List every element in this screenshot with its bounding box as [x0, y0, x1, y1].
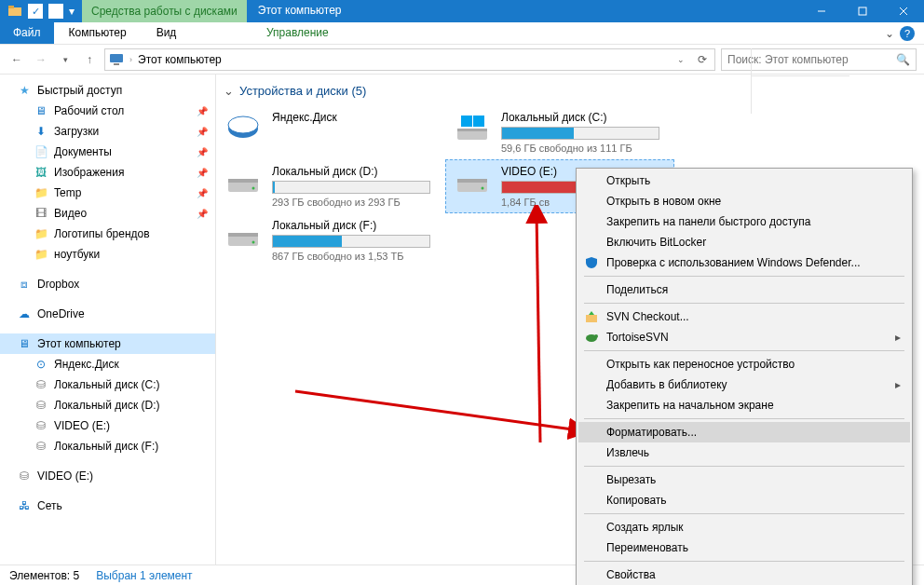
sidebar-item-documents[interactable]: 📄Документы📌	[0, 142, 215, 162]
svg-rect-7	[114, 63, 119, 65]
overflow-icon[interactable]: ▾	[69, 5, 75, 18]
context-menu-item[interactable]: Включить BitLocker	[578, 232, 910, 252]
sidebar-label: Локальный диск (F:)	[54, 440, 158, 453]
explorer-icon	[7, 4, 22, 19]
context-menu-item[interactable]: SVN Checkout...	[578, 306, 910, 327]
sidebar-item-drive-e[interactable]: ⛁VIDEO (E:)	[0, 415, 215, 436]
sidebar-this-pc[interactable]: 🖥Этот компьютер	[0, 333, 215, 354]
context-menu-item[interactable]: Открыть в новом окне	[578, 191, 910, 211]
close-button[interactable]	[883, 0, 924, 22]
sidebar-item-drive-f[interactable]: ⛁Локальный диск (F:)	[0, 436, 215, 456]
svg-rect-13	[473, 116, 484, 127]
annotation-arrow-right	[291, 373, 589, 447]
drive-item-yandex[interactable]: Яндекс.Диск	[216, 105, 445, 159]
recent-dropdown[interactable]: ▾	[56, 50, 75, 69]
context-menu-item[interactable]: Проверка с использованием Windows Defend…	[578, 252, 910, 273]
context-menu-item[interactable]: Открыть	[578, 170, 910, 191]
drive-icon: ⛁	[34, 418, 48, 433]
sidebar-item-downloads[interactable]: ⬇Загрузки📌	[0, 121, 215, 142]
contextual-tab[interactable]: Средства работы с дисками	[82, 0, 247, 22]
dropbox-icon: ⧈	[17, 277, 32, 292]
sidebar-label: Dropbox	[37, 278, 79, 291]
sidebar-onedrive[interactable]: ☁OneDrive	[0, 304, 215, 324]
context-menu-item[interactable]: TortoiseSVN▸	[578, 327, 910, 347]
sidebar-item-yandex-disk[interactable]: ⊙Яндекс.Диск	[0, 354, 215, 374]
context-menu-label: Открыть как переносное устройство	[606, 358, 795, 371]
sidebar-label: Сеть	[37, 499, 62, 512]
menu-view[interactable]: Вид	[142, 22, 192, 44]
address-dropdown-icon[interactable]: ⌄	[673, 55, 688, 64]
pin-icon: 📌	[197, 147, 208, 157]
document-icon[interactable]	[48, 4, 63, 19]
sidebar-item-laptops[interactable]: 📁ноутбуки	[0, 244, 215, 265]
sidebar-label: Изображения	[54, 166, 124, 179]
sidebar-item-drive-d[interactable]: ⛁Локальный диск (D:)	[0, 395, 215, 415]
context-menu-label: Поделиться	[606, 283, 668, 296]
context-menu-item[interactable]: Форматировать...	[578, 422, 910, 442]
context-menu-item[interactable]: Закрепить на начальном экране	[578, 395, 910, 415]
folder-icon: 📁	[34, 247, 48, 262]
context-menu-item[interactable]: Добавить в библиотеку▸	[578, 374, 910, 395]
video-icon: 🎞	[34, 206, 48, 221]
context-menu-separator	[584, 350, 904, 351]
drive-name: Локальный диск (F:)	[272, 219, 438, 232]
context-menu-item[interactable]: Извлечь	[578, 442, 910, 463]
address-bar[interactable]: › Этот компьютер ⌄ ⟳	[104, 48, 715, 71]
help-icon[interactable]: ?	[900, 26, 915, 41]
menu-file[interactable]: Файл	[0, 22, 54, 44]
breadcrumb-item[interactable]: Этот компьютер	[138, 53, 222, 66]
sidebar-label: Рабочий стол	[54, 104, 124, 117]
up-button[interactable]: ↑	[80, 50, 99, 69]
context-menu-item[interactable]: Копировать	[578, 490, 910, 510]
sidebar-item-video[interactable]: 🎞Видео📌	[0, 203, 215, 224]
desktop-icon: 🖥	[34, 103, 48, 118]
sidebar-item-desktop[interactable]: 🖥Рабочий стол📌	[0, 101, 215, 121]
context-menu-label: Открыть в новом окне	[606, 195, 721, 208]
context-menu-item[interactable]: Создать ярлык	[578, 517, 910, 537]
context-menu-item[interactable]: Поделиться	[578, 279, 910, 300]
svg-rect-21	[228, 233, 258, 237]
context-menu-item[interactable]: Открыть как переносное устройство	[578, 354, 910, 374]
search-icon[interactable]: 🔍	[896, 53, 910, 66]
context-menu-item[interactable]: Свойства	[578, 565, 910, 585]
sidebar-item-temp[interactable]: 📁Temp📌	[0, 183, 215, 203]
chevron-down-icon: ⌄	[224, 84, 234, 98]
context-menu-item[interactable]: Вырезать	[578, 469, 910, 490]
back-button[interactable]: ←	[7, 50, 26, 69]
forward-button[interactable]: →	[32, 50, 50, 69]
context-menu-item[interactable]: Закрепить на панели быстрого доступа	[578, 211, 910, 232]
svg-rect-18	[457, 179, 487, 183]
checkbox-icon[interactable]: ✓	[28, 4, 43, 19]
sidebar-item-drive-e-dup[interactable]: ⛁VIDEO (E:)	[0, 466, 215, 486]
drive-item-c[interactable]: Локальный диск (C:) 59,6 ГБ свободно из …	[445, 105, 674, 159]
yandex-disk-icon	[224, 111, 263, 144]
context-menu-label: Свойства	[606, 568, 656, 581]
context-menu-label: SVN Checkout...	[606, 310, 689, 323]
context-menu-label: Закрепить на начальном экране	[606, 399, 774, 412]
sidebar-label: ноутбуки	[54, 248, 100, 261]
svg-point-22	[252, 241, 255, 244]
sidebar-quick-access[interactable]: ★ Быстрый доступ	[0, 80, 215, 101]
menu-computer[interactable]: Компьютер	[54, 22, 142, 44]
svg-rect-11	[457, 129, 487, 131]
sidebar-item-logos[interactable]: 📁Логотипы брендов	[0, 224, 215, 244]
chevron-down-icon: ⌄	[885, 27, 894, 40]
sidebar-item-drive-c[interactable]: ⛁Локальный диск (C:)	[0, 374, 215, 395]
menu-manage[interactable]: Управление	[223, 22, 372, 44]
this-pc-icon: 🖥	[17, 336, 32, 351]
sidebar-dropbox[interactable]: ⧈Dropbox	[0, 274, 215, 294]
sidebar-item-pictures[interactable]: 🖼Изображения📌	[0, 162, 215, 183]
svg-point-16	[252, 187, 255, 190]
ribbon-expand[interactable]: ⌄ ?	[876, 22, 924, 44]
sidebar-label: Загрузки	[54, 125, 99, 138]
context-menu-label: Переименовать	[606, 541, 688, 554]
minimize-button[interactable]	[801, 0, 842, 22]
context-menu-separator	[584, 513, 904, 514]
sidebar-label: Локальный диск (D:)	[54, 399, 160, 412]
drive-item-d[interactable]: Локальный диск (D:) 293 ГБ свободно из 2…	[216, 159, 445, 213]
context-menu-item[interactable]: Переименовать	[578, 537, 910, 558]
drive-item-f[interactable]: Локальный диск (F:) 867 ГБ свободно из 1…	[216, 213, 445, 267]
maximize-button[interactable]	[842, 0, 883, 22]
sidebar-network[interactable]: 🖧Сеть	[0, 496, 215, 516]
refresh-icon[interactable]: ⟳	[694, 53, 711, 66]
